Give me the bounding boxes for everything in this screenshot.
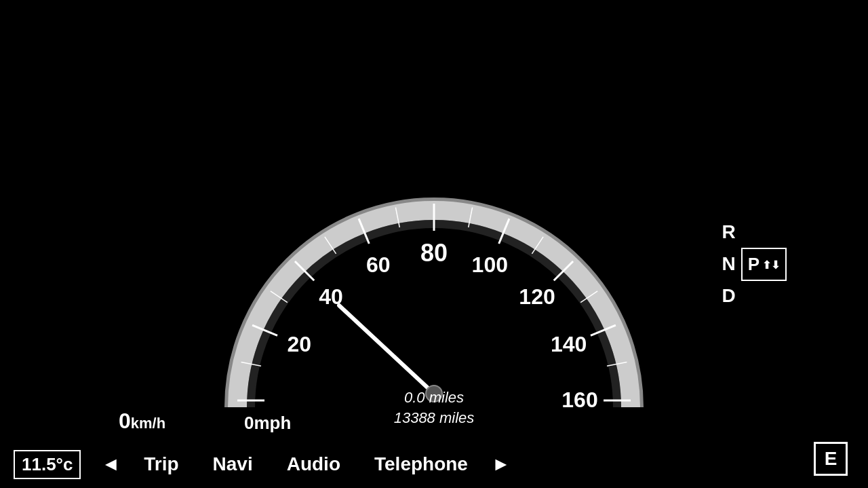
speed-kmh-unit: km/h	[131, 415, 165, 432]
bottom-nav-bar: 11.5°c ◄ Trip Navi Audio Telephone ►	[0, 440, 868, 488]
speedometer: 20406080100120140160	[197, 14, 671, 434]
svg-text:120: 120	[519, 284, 555, 309]
gear-P-box: P⬆⬇	[741, 248, 787, 282]
gear-N-row: N P⬆⬇	[722, 248, 787, 282]
gear-selector: R N P⬆⬇ D	[722, 217, 787, 312]
gear-D: D	[722, 281, 787, 312]
temperature-value: 11.5°c	[22, 454, 73, 474]
nav-item-navi[interactable]: Navi	[213, 453, 253, 475]
gear-arrows-icon: ⬆⬇	[762, 259, 780, 271]
nav-left-arrow[interactable]: ◄	[101, 453, 120, 475]
svg-text:80: 80	[420, 239, 448, 267]
gear-P: P	[748, 254, 760, 274]
total-odometer: 13388 miles	[394, 409, 475, 427]
nav-item-trip[interactable]: Trip	[144, 453, 178, 475]
svg-text:140: 140	[551, 332, 587, 356]
speed-mph-display: 0mph	[244, 413, 291, 434]
nav-right-arrow[interactable]: ►	[492, 453, 511, 475]
svg-text:60: 60	[366, 252, 391, 277]
odometer-area: 0.0 miles 13388 miles	[394, 389, 475, 427]
speed-kmh-display: 0km/h	[119, 409, 165, 434]
speed-kmh-value: 0	[119, 409, 131, 433]
nav-item-telephone[interactable]: Telephone	[374, 453, 468, 475]
gear-R: R	[722, 217, 787, 248]
gear-N: N	[722, 249, 735, 280]
speed-mph-value: 0	[244, 413, 254, 433]
trip-odometer: 0.0 miles	[394, 389, 475, 407]
dashboard: 20406080100120140160 0km/h 0mph 0.0 mile…	[0, 0, 868, 488]
temperature-display: 11.5°c	[14, 450, 81, 479]
svg-text:160: 160	[561, 388, 597, 412]
svg-text:20: 20	[288, 332, 312, 356]
speed-mph-unit: mph	[254, 413, 291, 433]
svg-text:100: 100	[472, 252, 508, 277]
svg-line-25	[339, 305, 434, 394]
nav-item-audio[interactable]: Audio	[287, 453, 340, 475]
